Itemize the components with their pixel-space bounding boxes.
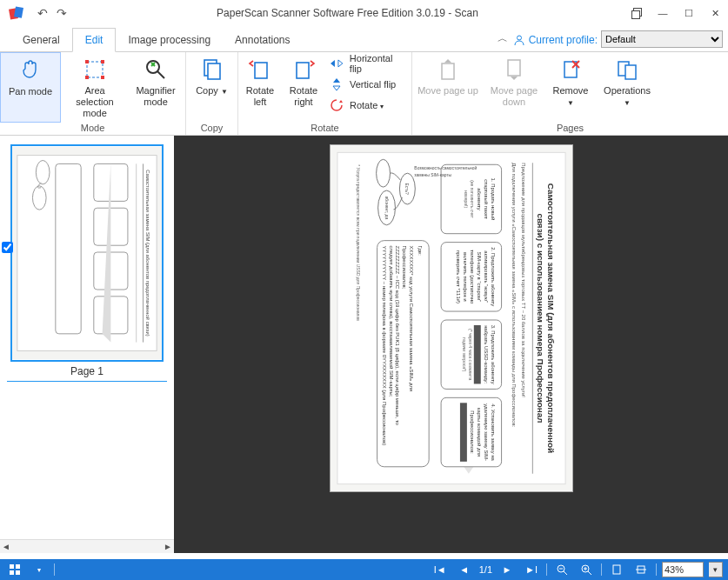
rotate-right-icon — [290, 56, 317, 83]
maximize-button[interactable]: ☐ — [676, 0, 702, 26]
svg-text:ХХХХХХХХ* код услуги Самостоят: ХХХХХХХХ* код услуги Самостоятельная зам… — [409, 246, 414, 392]
svg-text:Предложение для продавцов муль: Предложение для продавцов мультибрендовы… — [521, 163, 526, 397]
svg-rect-15 — [508, 60, 520, 76]
svg-text:1. Продать новый: 1. Продать новый — [490, 178, 495, 221]
svg-rect-3 — [87, 62, 103, 77]
layout-options-button[interactable]: ▾ — [30, 561, 49, 578]
svg-text:4. Установить заявку на: 4. Установить заявку на — [490, 403, 495, 461]
restore-down-aux-button[interactable] — [624, 0, 650, 26]
page-indicator: 1/1 — [479, 564, 492, 575]
svg-text:Самостоятельная замена SIM (дл: Самостоятельная замена SIM (для абоненто… — [546, 183, 556, 453]
profile-select[interactable]: Default — [601, 30, 723, 48]
operations-button[interactable]: Operations ▼ — [597, 52, 658, 123]
layout-grid-button[interactable] — [5, 561, 24, 578]
tab-annotations[interactable]: Annotations — [223, 29, 302, 51]
svg-text:абоненту: абоненту — [476, 188, 481, 210]
copy-icon — [198, 56, 226, 83]
close-button[interactable]: ✕ — [702, 0, 728, 26]
svg-rect-7 — [101, 76, 104, 79]
fit-width-button[interactable] — [631, 561, 651, 578]
svg-rect-66 — [459, 403, 466, 462]
svg-text:Для подключения услуги «Самост: Для подключения услуги «Самостоятельная … — [511, 163, 516, 427]
area-selection-button[interactable]: Area selection mode — [61, 52, 129, 123]
ribbon: Pan mode Area selection mode Magnifier m… — [0, 52, 728, 136]
svg-text:удаленную замену SIM-: удаленную замену SIM- — [483, 403, 488, 461]
status-bar: ▾ I◄ ◄ 1/1 ► ►I ▾ — [0, 559, 728, 580]
svg-text:(* через 4 часа с момента: (* через 4 часа с момента — [467, 329, 471, 381]
svg-rect-1 — [14, 6, 23, 17]
move-page-down-button[interactable]: Move page down — [484, 52, 544, 123]
last-page-button[interactable]: ►I — [522, 561, 541, 578]
svg-text:телефоне (достаточно: телефоне (достаточно — [469, 250, 474, 304]
tab-edit[interactable]: Edit — [72, 28, 117, 52]
thumbnail-label: Page 1 — [7, 362, 167, 382]
svg-text:Есть?: Есть? — [404, 183, 409, 195]
svg-text:ZZZZZZZZZ – ICC код (19 цифр б: ZZZZZZZZZ – ICC код (19 цифр без PUK1 (8… — [395, 246, 400, 426]
svg-text:3. Предложить абоненту: 3. Предложить абоненту — [490, 325, 495, 384]
svg-text:включить телефон и: включить телефон и — [462, 252, 467, 301]
zoom-input[interactable] — [662, 562, 704, 577]
window-title: PaperScan Scanner Software Free Edition … — [71, 7, 624, 19]
svg-rect-5 — [101, 60, 104, 63]
svg-text:Профессионалов:: Профессионалов: — [469, 410, 474, 454]
rotate-icon — [329, 97, 344, 113]
undo-button[interactable]: ↶ — [33, 3, 52, 23]
document-viewer[interactable]: Самостоятельная замена SIM (для абоненто… — [174, 136, 728, 553]
horizontal-flip-button[interactable]: Horizontal flip — [329, 54, 407, 73]
magnifier-button[interactable]: Magnifier mode — [129, 52, 183, 123]
hand-icon — [17, 57, 44, 84]
rotate-left-icon — [246, 56, 274, 83]
rotate-left-button[interactable]: Rotate left — [238, 52, 282, 123]
rotate-right-button[interactable]: Rotate right — [282, 52, 325, 123]
prev-page-button[interactable]: ◄ — [455, 561, 474, 578]
rotate-menu-button[interactable]: Rotate ▾ — [329, 96, 407, 115]
operations-icon — [613, 56, 641, 83]
remove-icon — [557, 56, 584, 83]
tab-image-processing[interactable]: Image processing — [116, 29, 223, 51]
ribbon-collapse-button[interactable]: ︿ — [492, 31, 513, 51]
profile-label: Current profile: — [513, 34, 598, 51]
vertical-flip-button[interactable]: Vertical flip — [329, 75, 407, 94]
svg-text:SIM-карту в "старом": SIM-карту в "старом" — [476, 251, 481, 302]
svg-text:2. Предложить абоненту: 2. Предложить абоненту — [490, 247, 495, 306]
redo-button[interactable]: ↷ — [52, 3, 71, 23]
mode-group-label: Mode — [0, 123, 185, 135]
pan-mode-button[interactable]: Pan mode — [0, 52, 61, 123]
person-icon — [513, 34, 525, 46]
page-thumbnail[interactable]: Самостоятельная замена SIM (для абоненто… — [10, 144, 164, 362]
page-checkbox[interactable] — [2, 242, 13, 253]
next-page-button[interactable]: ► — [498, 561, 517, 578]
magnifier-icon — [142, 56, 170, 83]
zoom-in-button[interactable] — [577, 561, 596, 578]
fit-page-button[interactable] — [607, 561, 626, 578]
rotate-group-label: Rotate — [238, 123, 411, 135]
svg-text:Возможность самостоятельной: Возможность самостоятельной — [414, 166, 477, 170]
remove-page-button[interactable]: Remove ▼ — [544, 52, 597, 123]
svg-text:замены SIM-карты: замены SIM-карты — [414, 173, 451, 177]
first-page-button[interactable]: I◄ — [431, 561, 450, 578]
zoom-dropdown-button[interactable]: ▾ — [709, 562, 723, 577]
svg-rect-93 — [613, 565, 620, 574]
document-page: Самостоятельная замена SIM (для абоненто… — [330, 144, 573, 492]
pages-group-label: Pages — [412, 123, 728, 135]
zoom-out-button[interactable] — [552, 561, 571, 578]
svg-text:активировать "новую": активировать "новую" — [483, 250, 488, 303]
svg-text:абонент, да: абонент, да — [384, 197, 388, 220]
svg-rect-14 — [442, 63, 454, 79]
svg-rect-13 — [297, 63, 309, 78]
svg-line-90 — [588, 571, 591, 575]
thumbnail-scrollbar[interactable]: ◄► — [0, 539, 174, 553]
minimize-button[interactable]: — — [650, 0, 676, 26]
page-down-icon — [500, 56, 528, 83]
svg-rect-84 — [10, 570, 14, 575]
svg-text:следует добавить нули слева), : следует добавить нули слева), восстанавл… — [388, 246, 393, 397]
vflip-icon — [329, 77, 344, 92]
svg-rect-12 — [255, 63, 267, 78]
tab-row: General Edit Image processing Annotation… — [0, 26, 728, 52]
svg-text:Где:: Где: — [417, 246, 423, 257]
tab-general[interactable]: General — [10, 29, 72, 51]
move-page-up-button[interactable]: Move page up — [412, 52, 484, 123]
copy-button[interactable]: Copy ▼ — [186, 52, 237, 123]
svg-rect-4 — [85, 60, 89, 63]
app-logo-icon — [9, 5, 24, 21]
